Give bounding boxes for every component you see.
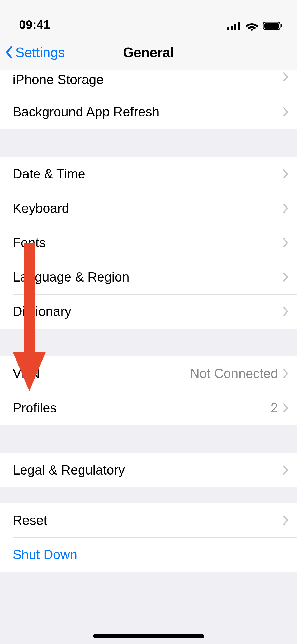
row-label: Reset: [13, 513, 283, 528]
row-label: Date & Time: [13, 166, 283, 182]
svg-rect-0: [227, 27, 229, 30]
row-date-time[interactable]: Date & Time: [0, 157, 297, 191]
row-vpn[interactable]: VPNNot Connected: [0, 356, 297, 391]
svg-point-4: [251, 29, 253, 31]
status-time: 09:41: [10, 17, 50, 32]
chevron-right-icon: [283, 272, 289, 282]
settings-group: Legal & Regulatory: [0, 453, 297, 487]
chevron-right-icon: [283, 238, 289, 248]
row-label: Profiles: [13, 400, 271, 416]
row-label: iPhone Storage: [13, 72, 283, 87]
row-detail: Not Connected: [190, 366, 278, 381]
row-keyboard[interactable]: Keyboard: [0, 191, 297, 226]
chevron-right-icon: [283, 515, 289, 525]
row-detail: 2: [271, 400, 278, 416]
chevron-right-icon: [283, 203, 289, 213]
cellular-icon: [227, 21, 241, 31]
chevron-right-icon: [283, 169, 289, 179]
svg-rect-3: [238, 22, 240, 30]
row-label: VPN: [13, 366, 190, 381]
chevron-right-icon: [283, 107, 289, 117]
chevron-right-icon: [283, 369, 289, 379]
chevron-right-icon: [283, 306, 289, 316]
group-gap: [0, 487, 297, 503]
row-label: Keyboard: [13, 201, 283, 216]
row-label: Background App Refresh: [13, 104, 283, 119]
status-icons: [227, 21, 287, 32]
back-button[interactable]: Settings: [0, 44, 65, 60]
back-label: Settings: [15, 44, 65, 60]
chevron-right-icon: [283, 465, 289, 475]
group-gap: [0, 329, 297, 356]
group-gap: [0, 425, 297, 453]
row-language-region[interactable]: Language & Region: [0, 260, 297, 294]
nav-bar: Settings General: [0, 35, 297, 70]
row-label: Dictionary: [13, 304, 283, 319]
row-label: Language & Region: [13, 269, 283, 285]
row-legal-regulatory[interactable]: Legal & Regulatory: [0, 453, 297, 487]
row-dictionary[interactable]: Dictionary: [0, 294, 297, 329]
row-background-app-refresh[interactable]: Background App Refresh: [0, 95, 297, 129]
row-fonts[interactable]: Fonts: [0, 226, 297, 260]
chevron-right-icon: [283, 403, 289, 413]
row-label: Legal & Regulatory: [13, 462, 283, 478]
screen: 09:41 Settings General iPhone StorageBac…: [0, 0, 297, 644]
battery-icon: [263, 21, 283, 32]
settings-group: Date & TimeKeyboardFontsLanguage & Regio…: [0, 157, 297, 329]
row-label: Shut Down: [13, 547, 289, 562]
row-iphone-storage[interactable]: iPhone Storage: [0, 70, 297, 95]
row-shut-down[interactable]: Shut Down: [0, 537, 297, 572]
svg-rect-7: [281, 24, 282, 27]
chevron-right-icon: [283, 72, 289, 82]
row-label: Fonts: [13, 235, 283, 250]
row-reset[interactable]: Reset: [0, 503, 297, 537]
home-indicator: [93, 634, 204, 638]
row-profiles[interactable]: Profiles2: [0, 391, 297, 425]
svg-rect-2: [234, 24, 236, 30]
wifi-icon: [245, 21, 258, 32]
chevron-left-icon: [5, 46, 13, 59]
svg-rect-6: [264, 23, 279, 29]
group-gap: [0, 129, 297, 157]
settings-list[interactable]: iPhone StorageBackground App RefreshDate…: [0, 70, 297, 572]
status-bar: 09:41: [0, 0, 297, 35]
settings-group: ResetShut Down: [0, 503, 297, 572]
settings-group: iPhone StorageBackground App Refresh: [0, 70, 297, 129]
settings-group: VPNNot ConnectedProfiles2: [0, 356, 297, 425]
svg-rect-1: [231, 26, 233, 30]
